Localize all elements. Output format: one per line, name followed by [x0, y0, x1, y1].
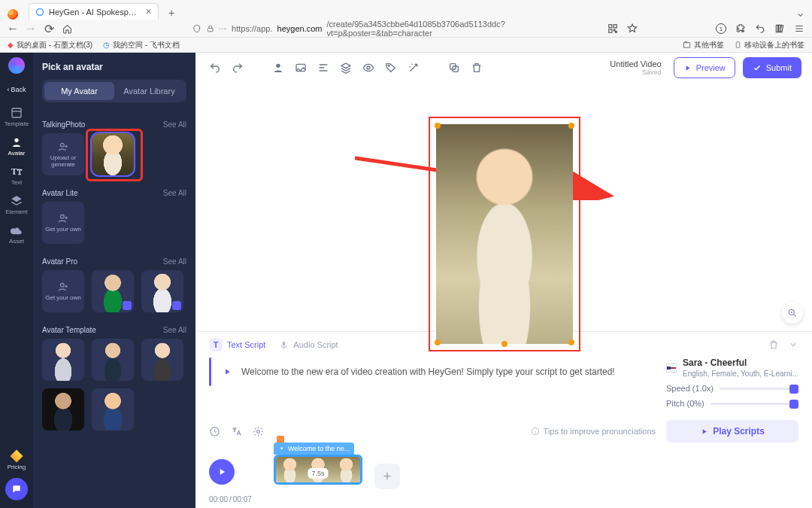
- pitch-slider[interactable]: Pitch (0%): [666, 399, 798, 408]
- account-badge[interactable]: 1: [716, 23, 726, 34]
- avatar-template-thumb[interactable]: [141, 339, 183, 381]
- tag-icon[interactable]: [385, 62, 397, 74]
- permissions-icon[interactable]: ᠁: [219, 24, 227, 33]
- address-bar[interactable]: ᠁ https://app.heygen.com/create/95a3453c…: [80, 20, 600, 38]
- canvas-editor[interactable]: [195, 83, 812, 331]
- gear-icon[interactable]: [253, 426, 264, 437]
- chat-fab[interactable]: [5, 478, 28, 500]
- menu-icon[interactable]: [794, 23, 804, 34]
- trash-icon[interactable]: [768, 339, 779, 350]
- play-segment-button[interactable]: [220, 365, 234, 379]
- bookmark-other[interactable]: 其他书签: [683, 40, 724, 50]
- rail-pricing[interactable]: Pricing: [8, 464, 26, 470]
- qr-icon[interactable]: [607, 23, 618, 34]
- clock-icon[interactable]: [209, 426, 220, 437]
- rail-avatar[interactable]: Avatar: [0, 132, 33, 161]
- redo-icon[interactable]: [232, 62, 244, 74]
- project-title[interactable]: Untitled Video: [610, 59, 661, 68]
- svg-rect-3: [614, 25, 617, 28]
- undo-icon[interactable]: [209, 62, 221, 74]
- rail-asset[interactable]: Asset: [0, 220, 33, 249]
- see-all-pro[interactable]: See All: [163, 257, 186, 266]
- script-textbox[interactable]: Welcome to the new era of video creation…: [209, 357, 656, 386]
- library-icon[interactable]: [774, 23, 785, 34]
- slider-knob[interactable]: [789, 400, 798, 409]
- trash-icon[interactable]: [471, 62, 483, 74]
- upload-talkingphoto-card[interactable]: Upload or generate: [42, 133, 84, 175]
- align-icon[interactable]: [317, 62, 329, 74]
- avatar-template-thumb[interactable]: [42, 339, 84, 381]
- new-tab-button[interactable]: +: [165, 6, 178, 20]
- bookmark-item[interactable]: ◷我的空间 - 飞书文档: [103, 40, 180, 50]
- firefox-icon: [8, 9, 18, 20]
- play-scripts-button[interactable]: Play Scripts: [666, 420, 798, 443]
- pronunciation-tips[interactable]: Tips to improve pronunciations: [531, 427, 656, 436]
- tabs-overflow-icon[interactable]: ⌄: [794, 5, 806, 20]
- svg-rect-4: [609, 29, 612, 32]
- scene-icon[interactable]: [295, 62, 307, 74]
- preview-button[interactable]: Preview: [674, 57, 735, 78]
- slider-knob[interactable]: [789, 385, 798, 394]
- tab-avatar-library[interactable]: Avatar Library: [114, 82, 184, 100]
- browser-tab[interactable]: HeyGen - AI Spokesperson Vid ✕: [29, 3, 159, 20]
- avatar-icon[interactable]: [272, 62, 284, 74]
- eye-icon[interactable]: [362, 62, 374, 74]
- pricing-icon[interactable]: [11, 450, 23, 463]
- speed-slider[interactable]: Speed (1.0x): [666, 384, 798, 393]
- get-your-own-lite[interactable]: Get your own: [42, 202, 84, 244]
- close-tab-icon[interactable]: ✕: [145, 7, 152, 17]
- history-back-icon[interactable]: [755, 23, 765, 34]
- voice-panel: Sara - Cheerful English, Female, Youth, …: [666, 357, 798, 408]
- voice-selector[interactable]: Sara - Cheerful English, Female, Youth, …: [666, 357, 798, 378]
- reload-icon[interactable]: ⟳: [44, 23, 54, 34]
- add-scene-button[interactable]: +: [374, 464, 400, 489]
- zoom-button[interactable]: [782, 303, 803, 324]
- magic-icon[interactable]: [408, 62, 420, 74]
- app-logo[interactable]: [8, 57, 25, 74]
- submit-button[interactable]: Submit: [743, 57, 801, 78]
- home-icon[interactable]: [62, 23, 72, 34]
- selected-canvas-element[interactable]: [429, 117, 580, 351]
- resize-handle-bl[interactable]: [435, 339, 441, 345]
- copy-icon[interactable]: [448, 62, 460, 74]
- avatar-pro-thumb[interactable]: [92, 270, 134, 312]
- resize-handle-mb[interactable]: [501, 341, 508, 347]
- tab-text-script[interactable]: T Text Script: [209, 338, 265, 351]
- svg-rect-7: [736, 42, 740, 48]
- chevron-down-icon[interactable]: [788, 339, 798, 350]
- back-icon[interactable]: ←: [8, 23, 18, 34]
- extensions-icon[interactable]: [735, 23, 746, 34]
- tab-my-avatar[interactable]: My Avatar: [44, 82, 114, 100]
- svg-rect-1: [208, 29, 213, 32]
- rail-text[interactable]: Tᴛ Text: [0, 161, 33, 190]
- see-all-lite[interactable]: See All: [163, 189, 186, 197]
- avatar-pro-thumb[interactable]: [141, 270, 183, 312]
- star-icon[interactable]: [627, 23, 638, 34]
- rail-element[interactable]: Element: [0, 190, 33, 220]
- translate-icon[interactable]: [231, 426, 242, 437]
- layers-icon[interactable]: [340, 62, 352, 74]
- resize-handle-tr[interactable]: [568, 123, 574, 129]
- tab-audio-script[interactable]: Audio Script: [279, 340, 338, 350]
- bookmark-mobile[interactable]: 移动设备上的书签: [735, 40, 804, 50]
- rail-template[interactable]: Template: [0, 102, 33, 132]
- avatar-tabs: My Avatar Avatar Library: [42, 80, 186, 102]
- avatar-template-thumb[interactable]: [92, 388, 134, 430]
- flag-us-icon: [666, 364, 677, 373]
- see-all-template[interactable]: See All: [163, 326, 186, 334]
- avatar-template-thumb[interactable]: [92, 339, 134, 381]
- timeline-play-button[interactable]: [209, 459, 235, 485]
- resize-handle-br[interactable]: [568, 339, 574, 345]
- svg-point-23: [257, 430, 260, 433]
- talkingphoto-thumb-selected[interactable]: [92, 133, 134, 175]
- get-your-own-pro[interactable]: Get your own: [42, 270, 84, 312]
- timeline-clip[interactable]: Welcome to the ne... 7.5s: [274, 452, 362, 492]
- bookmark-item[interactable]: ◆我的桌面 - 石墨文档(3): [8, 40, 92, 50]
- svg-rect-21: [283, 341, 285, 345]
- site-icon: [35, 8, 44, 17]
- back-link[interactable]: ‹ Back: [7, 86, 26, 93]
- avatar-template-thumb[interactable]: [42, 388, 84, 430]
- url-prefix: https://app.: [232, 24, 272, 33]
- resize-handle-tl[interactable]: [435, 123, 441, 129]
- see-all-tp[interactable]: See All: [163, 120, 186, 129]
